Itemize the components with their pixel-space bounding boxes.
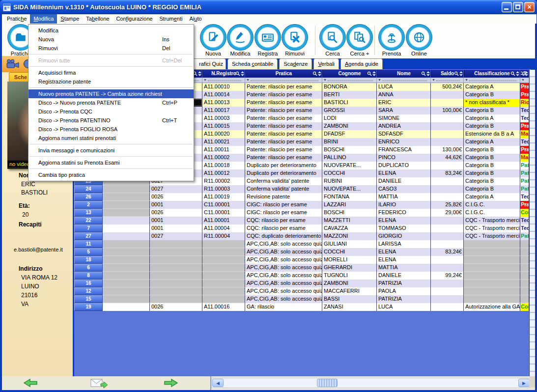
cell-pra[interactable]: Duplicato per deterioramento	[245, 162, 322, 169]
header-sort-search-icons[interactable]	[421, 71, 430, 76]
tab-scadenze[interactable]: Scadenze	[279, 58, 312, 69]
cell-pra[interactable]: APC,CIG,AB: solo accesso quiz	[245, 272, 322, 280]
cell-c3[interactable]: 0027	[150, 232, 202, 240]
cell-sta[interactable]: Prati	[520, 83, 529, 91]
cell-pra[interactable]: Patente: rilascio per esame	[245, 122, 322, 130]
cell-reg[interactable]: A11.00014	[202, 91, 245, 99]
cell-sta[interactable]	[520, 295, 529, 303]
cell-reg[interactable]: A11.00013	[202, 99, 245, 107]
cell-sta[interactable]: Teor	[520, 217, 529, 224]
table-row[interactable]: 270027R11.00004CQC: duplicato deterioram…	[74, 232, 529, 240]
cell-cla[interactable]: Categoria A	[464, 114, 520, 122]
cell-sal[interactable]	[431, 287, 464, 295]
cell-nom[interactable]: LARISSA	[377, 240, 431, 248]
cell-cog[interactable]: BASTIOLI	[322, 99, 377, 107]
cell-cla[interactable]	[464, 264, 520, 272]
cell-c2[interactable]	[103, 217, 150, 224]
cell-cog[interactable]: NUOVEPATE...	[322, 162, 377, 169]
toolbar-button-cerca-plus[interactable]: Cerca +	[346, 25, 373, 56]
cell-pra[interactable]: Revisione patente	[245, 193, 322, 201]
cell-c2[interactable]	[103, 280, 150, 287]
cell-c2[interactable]	[103, 256, 150, 264]
cell-sal[interactable]	[431, 122, 464, 130]
cell-cog[interactable]: GIULIANI	[322, 240, 377, 248]
cell-cla[interactable]: C.I.G.C.	[464, 201, 520, 209]
cell-pra[interactable]: Patente: rilascio per esame	[245, 83, 322, 91]
cell-pra[interactable]: Patente: rilascio per esame	[245, 154, 322, 162]
cell-cla[interactable]: Categoria B	[464, 154, 520, 162]
cell-cla[interactable]: CQC - Trasporto merci	[464, 232, 520, 240]
cell-c2[interactable]	[103, 240, 150, 248]
scroll-left-button[interactable]: ◀	[212, 379, 224, 387]
cell-sta[interactable]: Teor	[520, 107, 529, 114]
cell-sta[interactable]: Pate	[520, 162, 529, 169]
filter-dropdown-icon[interactable]: ▼	[246, 78, 250, 82]
cell-c3[interactable]: 0026	[150, 209, 202, 217]
cell-c2[interactable]	[103, 287, 150, 295]
cell-sal[interactable]	[431, 193, 464, 201]
cell-n[interactable]: 11	[74, 240, 103, 248]
cell-n[interactable]: 27	[74, 232, 103, 240]
cell-reg[interactable]	[202, 287, 245, 295]
cell-pra[interactable]: Patente: rilascio per esame	[245, 91, 322, 99]
cell-cog[interactable]: COCCHI	[322, 248, 377, 256]
scroll-right-button[interactable]: ▶	[518, 379, 530, 387]
cell-sta[interactable]: Man	[520, 154, 529, 162]
cell-nom[interactable]: ELENA	[377, 256, 431, 264]
toolbar-button-cerca[interactable]: Cerca	[319, 25, 346, 56]
menubar-item-pratiche[interactable]: Pratiche	[3, 14, 30, 24]
menu-item-disco-prenota-cqc[interactable]: Disco -> Prenota CQC	[28, 107, 194, 116]
header-sort-search-icons[interactable]	[235, 71, 244, 76]
cell-n[interactable]: 18	[74, 256, 103, 264]
cell-sta[interactable]: Man	[520, 130, 529, 138]
cell-nom[interactable]: ERIC	[377, 99, 431, 107]
cell-sal[interactable]: 29,00€	[431, 209, 464, 217]
filter-dropdown-icon[interactable]: ▼	[203, 78, 207, 82]
cell-sta[interactable]: Teor	[520, 224, 529, 232]
menubar-item-stampe[interactable]: Stampe	[57, 14, 83, 24]
cell-sta[interactable]	[520, 287, 529, 295]
filter-dropdown-icon[interactable]: ▼	[465, 78, 468, 82]
table-row[interactable]: 130026C11.00001CIGC: rilascio per esameB…	[74, 209, 529, 217]
cell-reg[interactable]: R11.00002	[202, 177, 245, 185]
cell-c3[interactable]: 0001	[150, 217, 202, 224]
column-header-reg[interactable]: N.Registro	[202, 70, 245, 78]
cell-reg[interactable]: R11.00004	[202, 232, 245, 240]
cell-sal[interactable]: 500,24€	[431, 83, 464, 91]
menu-item-rimuovi[interactable]: RimuoviDel	[28, 44, 194, 53]
cell-cla[interactable]: Categoria B	[464, 107, 520, 114]
cell-reg[interactable]: A11.00012	[202, 169, 245, 177]
cell-reg[interactable]: A11.00004	[202, 224, 245, 232]
cell-sal[interactable]: 44,62€	[431, 154, 464, 162]
filter-pra[interactable]: ▼	[245, 78, 322, 83]
cell-pra[interactable]: APC,CIG,AB: solo accesso quiz	[245, 280, 322, 287]
menu-item-nuovo-prenota-patente-cambia-azione[interactable]: Nuovo prenota PATENTE -> Cambia azione r…	[28, 89, 194, 98]
cell-reg[interactable]: A11.00001	[202, 217, 245, 224]
cell-cog[interactable]: BONORA	[322, 83, 377, 91]
cell-cog[interactable]: BASSI	[322, 295, 377, 303]
cell-reg[interactable]: A11.00015	[202, 122, 245, 130]
cell-cla[interactable]: CQC - Trasporto merci	[464, 217, 520, 224]
filter-cog[interactable]: ▼	[322, 78, 377, 83]
cell-cla[interactable]: Categoria A	[464, 83, 520, 91]
cell-pra[interactable]: Patente: rilascio per esame	[245, 107, 322, 114]
cell-nom[interactable]: ILARIO	[377, 201, 431, 209]
cell-n[interactable]: 8	[74, 272, 103, 280]
cell-n[interactable]: 12	[74, 287, 103, 295]
cell-cog[interactable]: ZAMBONI	[322, 122, 377, 130]
cell-nom[interactable]: ENRICO	[377, 138, 431, 146]
cell-reg[interactable]: A11.00016	[202, 303, 245, 311]
cell-c3[interactable]: 0027	[150, 185, 202, 193]
cell-cog[interactable]: COCCHI	[322, 169, 377, 177]
cell-c2[interactable]	[103, 303, 150, 311]
cell-nom[interactable]: PINCO	[377, 154, 431, 162]
cell-pra[interactable]: CIGC: rilascio per esame	[245, 209, 322, 217]
toolbar-button-rimuovi[interactable]: Rimuovi	[281, 25, 309, 56]
table-row[interactable]: 190026A11.00016GA: rilascioZANASILUCAAut…	[74, 303, 529, 311]
cell-nom[interactable]: PAOLA	[377, 287, 431, 295]
menu-item-cambia-tipo-pratica[interactable]: Cambia tipo pratica	[28, 170, 194, 179]
table-row[interactable]: 12APC,CIG,AB: solo accesso quizMACCAFERR…	[74, 287, 529, 295]
table-row[interactable]: 18APC,CIG,AB: solo accesso quizMORELLIEL…	[74, 256, 529, 264]
cell-sal[interactable]	[431, 303, 464, 311]
cell-reg[interactable]: R11.00003	[202, 185, 245, 193]
